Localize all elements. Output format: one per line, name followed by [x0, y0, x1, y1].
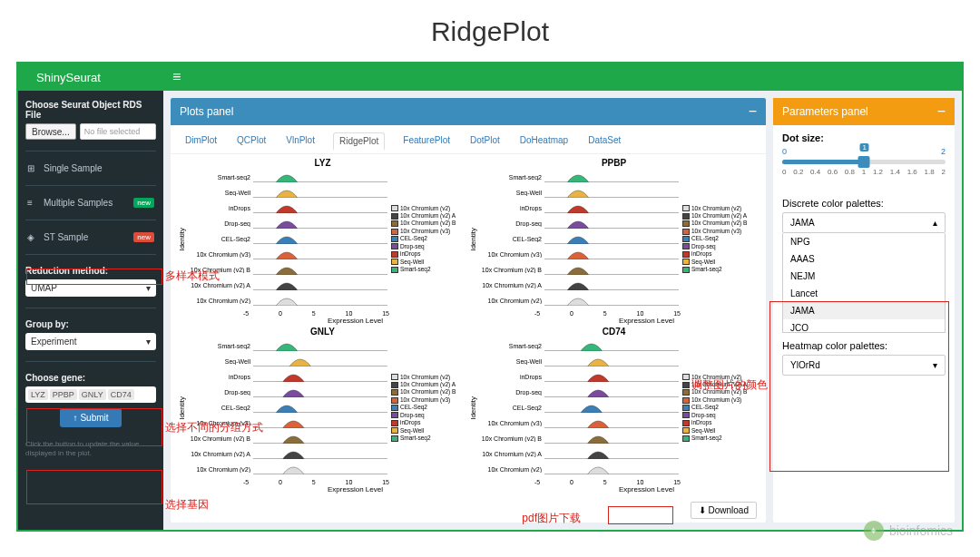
- file-label: Choose Seurat Object RDS File: [25, 100, 156, 120]
- gene-tag[interactable]: PPBP: [50, 389, 77, 400]
- sidebar-item-label: Single Sample: [44, 163, 102, 173]
- tab-ridgeplot[interactable]: RidgePlot: [333, 132, 385, 151]
- palette-option[interactable]: NPG: [783, 233, 945, 250]
- caret-up-icon: ▴: [933, 218, 937, 228]
- collapse-icon[interactable]: −: [937, 103, 946, 120]
- caret-down-icon: ▾: [146, 283, 151, 293]
- sidebar: Choose Seurat Object RDS File Browse... …: [18, 91, 163, 530]
- sidebar-item-label: ST Sample: [44, 232, 88, 242]
- bars-icon: ≡: [27, 198, 38, 208]
- gene-input[interactable]: LYZ PPBP GNLY CD74: [25, 386, 156, 403]
- menu-toggle-icon[interactable]: ≡: [163, 69, 190, 85]
- sidebar-item-multiple-samples[interactable]: ≡ Multiple Samples new: [25, 193, 156, 212]
- tab-dotplot[interactable]: DotPlot: [468, 132, 502, 150]
- new-badge: new: [133, 232, 154, 242]
- discrete-palette-select[interactable]: JAMA▴: [782, 212, 946, 233]
- ridge-chart: GNLYIdentitySmart-seq2Seq-WellinDropsDro…: [178, 327, 467, 493]
- plots-panel-header: Plots panel −: [171, 98, 766, 125]
- group-select[interactable]: Experiment▾: [25, 333, 156, 350]
- dot-size-slider[interactable]: 1 00.20.40.60.811.21.41.61.82: [782, 156, 946, 191]
- diamond-icon: ◈: [27, 232, 38, 242]
- palette-option[interactable]: Lancet: [783, 285, 945, 302]
- tab-doheatmap[interactable]: DoHeatmap: [518, 132, 570, 150]
- collapse-icon[interactable]: −: [749, 103, 757, 120]
- new-badge: new: [133, 198, 154, 208]
- grid-icon: ⊞: [27, 163, 38, 173]
- reduction-label: Reduction method:: [25, 266, 156, 276]
- app-frame: ShinySeurat ≡ Choose Seurat Object RDS F…: [16, 62, 964, 532]
- topbar: ShinySeurat ≡: [18, 64, 962, 91]
- gene-tag[interactable]: LYZ: [28, 389, 48, 400]
- main-area: Choose Seurat Object RDS File Browse... …: [18, 91, 962, 530]
- brand: ShinySeurat: [18, 71, 163, 84]
- palette-option[interactable]: JAMA: [783, 302, 945, 319]
- ridge-chart: PPBPIdentitySmart-seq2Seq-WellinDropsDro…: [469, 158, 759, 325]
- download-button[interactable]: Download: [691, 502, 757, 519]
- palette-option[interactable]: NEJM: [783, 268, 945, 285]
- discrete-palette-label: Discrete color palettes:: [782, 198, 946, 209]
- ridge-chart: CD74IdentitySmart-seq2Seq-WellinDropsDro…: [469, 327, 759, 493]
- dot-size-label: Dot size:: [782, 132, 946, 143]
- file-status: No file selected: [80, 123, 156, 140]
- caret-down-icon: ▾: [933, 360, 937, 370]
- gene-tag[interactable]: GNLY: [79, 389, 106, 400]
- content: Plots panel − DimPlotQCPlotVlnPlotRidgeP…: [163, 91, 962, 530]
- sidebar-item-st-sample[interactable]: ◈ ST Sample new: [25, 228, 156, 247]
- tab-qcplot[interactable]: QCPlot: [235, 132, 268, 150]
- browse-button[interactable]: Browse...: [25, 123, 76, 140]
- reduction-select[interactable]: UMAP▾: [25, 279, 156, 297]
- ridge-chart: LYZIdentitySmart-seq2Seq-WellinDropsDrop…: [178, 158, 467, 325]
- discrete-palette-options: NPGAAASNEJMLancetJAMAJCOUCSCGB: [782, 233, 946, 333]
- plots-grid: LYZIdentitySmart-seq2Seq-WellinDropsDrop…: [171, 154, 766, 497]
- tab-featureplot[interactable]: FeaturePlot: [401, 132, 452, 150]
- params-panel-header: Parameters panel −: [773, 98, 955, 125]
- tab-dimplot[interactable]: DimPlot: [183, 132, 219, 150]
- parameters-panel: Parameters panel − Dot size: 0 2 1 00.20…: [773, 98, 955, 523]
- group-label: Group by:: [25, 319, 156, 329]
- heatmap-palette-select[interactable]: YlOrRd▾: [782, 355, 946, 376]
- caret-down-icon: ▾: [146, 337, 151, 347]
- plots-panel: Plots panel − DimPlotQCPlotVlnPlotRidgeP…: [171, 98, 766, 523]
- sidebar-item-single-sample[interactable]: ⊞ Single Sample: [25, 159, 156, 178]
- tab-vlnplot[interactable]: VlnPlot: [284, 132, 317, 150]
- palette-option[interactable]: AAAS: [783, 250, 945, 268]
- submit-note: Click the button to update the value dis…: [25, 438, 156, 459]
- plot-tabs: DimPlotQCPlotVlnPlotRidgePlotFeaturePlot…: [171, 125, 766, 154]
- tab-dataset[interactable]: DataSet: [586, 132, 622, 150]
- palette-option[interactable]: JCO: [783, 319, 945, 333]
- gene-label: Choose gene:: [25, 373, 156, 383]
- sidebar-item-label: Multiple Samples: [44, 198, 113, 208]
- gene-tag[interactable]: CD74: [108, 389, 134, 400]
- page-title: RidgePlot: [0, 0, 980, 58]
- submit-button[interactable]: ↑Submit: [60, 408, 121, 427]
- heatmap-palette-label: Heatmap color palettes:: [782, 340, 946, 351]
